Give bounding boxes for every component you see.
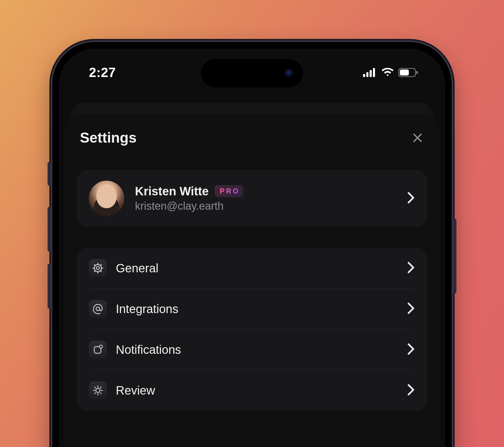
row-label: Review bbox=[116, 384, 398, 397]
profile-row[interactable]: Kristen Witte PRO kristen@clay.earth bbox=[77, 170, 427, 227]
phone-side-button bbox=[48, 162, 51, 186]
svg-rect-0 bbox=[363, 74, 365, 77]
settings-row-general[interactable]: General bbox=[77, 248, 427, 289]
settings-list: General Integrations bbox=[77, 248, 427, 411]
settings-row-review[interactable]: Review bbox=[77, 370, 427, 411]
svg-point-7 bbox=[96, 267, 99, 270]
settings-sheet: Settings Kristen Witte PRO kristen@clay.… bbox=[65, 114, 439, 447]
page-title: Settings bbox=[80, 129, 136, 146]
row-label: General bbox=[116, 262, 398, 275]
chevron-right-icon bbox=[407, 261, 415, 275]
front-camera bbox=[285, 69, 294, 78]
svg-rect-1 bbox=[366, 72, 368, 77]
settings-row-notifications[interactable]: Notifications bbox=[77, 329, 427, 370]
svg-point-12 bbox=[96, 388, 100, 392]
svg-rect-5 bbox=[400, 70, 409, 75]
dynamic-island bbox=[201, 59, 303, 87]
phone-frame: 2:27 bbox=[52, 42, 452, 447]
svg-point-8 bbox=[94, 265, 101, 272]
cellular-icon bbox=[363, 68, 377, 77]
chevron-right-icon bbox=[407, 383, 415, 398]
phone-volume-down bbox=[48, 264, 51, 309]
svg-rect-3 bbox=[373, 68, 375, 77]
sun-icon bbox=[89, 381, 107, 399]
phone-screen: 2:27 bbox=[59, 49, 445, 447]
gear-icon bbox=[89, 259, 107, 277]
status-time: 2:27 bbox=[89, 65, 116, 80]
avatar bbox=[89, 181, 124, 216]
svg-point-11 bbox=[99, 345, 102, 348]
pro-badge: PRO bbox=[215, 185, 243, 197]
phone-volume-up bbox=[48, 207, 51, 252]
profile-text: Kristen Witte PRO kristen@clay.earth bbox=[135, 185, 396, 212]
battery-icon bbox=[398, 68, 418, 77]
sheet-header: Settings bbox=[77, 129, 427, 146]
phone-power-button bbox=[453, 219, 456, 294]
close-icon bbox=[412, 132, 423, 144]
svg-rect-2 bbox=[370, 70, 372, 77]
profile-email: kristen@clay.earth bbox=[135, 200, 396, 212]
profile-name: Kristen Witte bbox=[135, 185, 209, 198]
wifi-icon bbox=[381, 68, 394, 77]
svg-rect-6 bbox=[416, 71, 418, 74]
at-sign-icon bbox=[89, 300, 107, 318]
notifications-icon bbox=[89, 341, 107, 359]
row-label: Integrations bbox=[116, 302, 398, 316]
chevron-right-icon bbox=[407, 191, 415, 206]
close-button[interactable] bbox=[411, 131, 424, 144]
settings-row-integrations[interactable]: Integrations bbox=[77, 289, 427, 329]
row-label: Notifications bbox=[116, 343, 398, 357]
status-icons bbox=[363, 68, 418, 77]
chevron-right-icon bbox=[407, 302, 415, 316]
chevron-right-icon bbox=[407, 342, 415, 357]
svg-point-9 bbox=[96, 307, 100, 311]
